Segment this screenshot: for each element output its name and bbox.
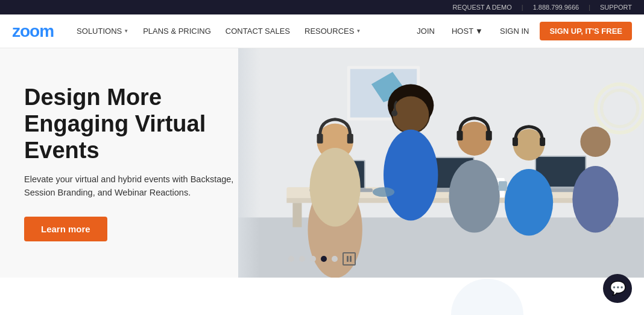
nav-sign-in[interactable]: SIGN IN <box>494 23 535 39</box>
nav-right: JOIN HOST ▼ SIGN IN SIGN UP, IT'S FREE <box>411 22 632 40</box>
main-nav: zoom SOLUTIONS ▼ PLANS & PRICING CONTACT… <box>0 14 644 48</box>
nav-resources[interactable]: RESOURCES ▼ <box>298 23 367 39</box>
bottom-section <box>0 278 644 315</box>
request-demo-link[interactable]: REQUEST A DEMO <box>453 4 512 11</box>
nav-contact-sales[interactable]: CONTACT SALES <box>219 23 296 39</box>
svg-point-30 <box>391 110 397 116</box>
resources-caret-icon: ▼ <box>356 28 361 34</box>
hero-title: Design More Engaging Virtual Events <box>24 84 253 164</box>
svg-point-25 <box>310 148 361 227</box>
svg-point-40 <box>573 166 619 232</box>
svg-rect-37 <box>513 138 518 146</box>
nav-solutions[interactable]: SOLUTIONS ▼ <box>71 23 134 39</box>
svg-point-41 <box>373 187 394 197</box>
carousel-dot-1[interactable] <box>299 256 305 262</box>
phone-link[interactable]: 1.888.799.9666 <box>533 4 579 11</box>
carousel-dot-2[interactable] <box>310 256 316 262</box>
hero-section: Design More Engaging Virtual Events Elev… <box>0 48 644 278</box>
learn-more-button[interactable]: Learn more <box>24 217 107 241</box>
svg-point-39 <box>581 127 611 157</box>
svg-rect-23 <box>317 134 323 144</box>
bottom-decoration <box>451 279 523 315</box>
solutions-caret-icon: ▼ <box>124 28 128 34</box>
carousel-dot-4[interactable] <box>332 256 338 262</box>
carousel-pause-button[interactable] <box>343 252 356 266</box>
chat-button[interactable]: 💬 <box>603 274 632 303</box>
nav-host[interactable]: HOST ▼ <box>446 23 489 39</box>
hero-content: Design More Engaging Virtual Events Elev… <box>0 60 277 266</box>
svg-point-32 <box>449 160 500 233</box>
nav-links: SOLUTIONS ▼ PLANS & PRICING CONTACT SALE… <box>71 23 411 39</box>
host-caret-icon: ▼ <box>475 27 483 36</box>
svg-point-28 <box>393 97 429 133</box>
svg-rect-42 <box>499 181 507 191</box>
nav-join[interactable]: JOIN <box>411 23 441 39</box>
svg-rect-34 <box>486 131 492 141</box>
zoom-logo[interactable]: zoom <box>12 22 54 41</box>
svg-rect-38 <box>540 138 545 146</box>
signup-button[interactable]: SIGN UP, IT'S FREE <box>540 22 632 40</box>
nav-plans-pricing[interactable]: PLANS & PRICING <box>137 23 217 39</box>
svg-point-36 <box>505 169 553 235</box>
chat-icon: 💬 <box>610 281 626 296</box>
carousel-dot-0[interactable] <box>288 256 294 262</box>
support-link[interactable]: SUPPORT <box>600 4 632 11</box>
svg-rect-24 <box>347 134 353 144</box>
svg-point-29 <box>384 130 438 221</box>
svg-rect-33 <box>457 131 463 141</box>
hero-image: ON AIR <box>238 48 644 278</box>
carousel-dot-3[interactable] <box>321 256 327 262</box>
utility-bar: REQUEST A DEMO | 1.888.799.9666 | SUPPOR… <box>0 0 644 14</box>
carousel-controls <box>288 252 356 266</box>
hero-scene-svg: ON AIR <box>238 48 644 278</box>
hero-subtitle: Elevate your virtual and hybrid events w… <box>24 173 253 200</box>
